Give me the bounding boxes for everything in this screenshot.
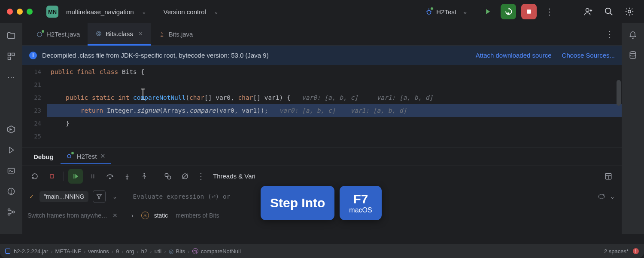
method-icon: m bbox=[192, 248, 198, 254]
more-debug-actions-icon[interactable]: ⋮ bbox=[195, 171, 207, 181]
stop-debug-icon[interactable] bbox=[45, 169, 59, 184]
vcs-tool-icon[interactable] bbox=[6, 207, 16, 217]
error-indicator-icon[interactable]: ! bbox=[633, 248, 639, 254]
chevron-down-icon: ⌄ bbox=[462, 8, 468, 15]
right-tool-strip bbox=[622, 23, 644, 234]
current-thread[interactable]: "main…NNING bbox=[39, 191, 88, 202]
run-config-name: H2Test bbox=[436, 8, 456, 15]
debug-tab-label: H2Test bbox=[77, 153, 97, 160]
debug-tab-debug[interactable]: Debug bbox=[28, 150, 59, 164]
filter-icon[interactable] bbox=[93, 190, 106, 203]
services-tool-icon[interactable] bbox=[6, 125, 16, 134]
breadcrumb[interactable]: h2-2.2.224.jar › META-INF › versions › 9… bbox=[14, 248, 241, 255]
decompiled-banner: i Decompiled .class file from JDK-9-spec… bbox=[22, 46, 622, 65]
step-out-icon[interactable] bbox=[137, 169, 152, 184]
close-hint-icon[interactable]: ✕ bbox=[112, 212, 118, 219]
svg-point-45 bbox=[630, 52, 635, 54]
svg-rect-5 bbox=[527, 9, 531, 13]
tabs-more-icon[interactable]: ⋮ bbox=[604, 29, 616, 40]
svg-rect-30 bbox=[93, 174, 94, 178]
svg-line-10 bbox=[610, 13, 613, 15]
java-file-icon bbox=[36, 31, 43, 38]
close-window[interactable] bbox=[7, 9, 13, 15]
debug-bug-icon bbox=[66, 152, 73, 160]
shortcut-tooltip: Step Into F7 macOS bbox=[261, 186, 382, 220]
svg-rect-16 bbox=[8, 168, 15, 173]
chevron-down-icon[interactable]: ⌄ bbox=[110, 191, 120, 203]
code-line: return Integer.signum(Arrays.compare(var… bbox=[51, 104, 622, 117]
stop-button[interactable] bbox=[521, 4, 537, 19]
database-tool-icon[interactable] bbox=[629, 51, 637, 59]
version-control-menu[interactable]: Version control bbox=[164, 8, 206, 15]
vars-label-strong: static bbox=[154, 212, 168, 219]
run-tool-icon[interactable] bbox=[6, 145, 16, 155]
svg-point-0 bbox=[427, 10, 431, 14]
terminal-tool-icon[interactable] bbox=[6, 166, 16, 175]
evaluate-expression-input[interactable]: Evaluate expression (⏎) or bbox=[133, 193, 230, 200]
svg-point-24 bbox=[97, 31, 101, 36]
more-tools-icon[interactable]: ⋯ bbox=[6, 72, 16, 82]
left-tool-strip: ⋯ bbox=[0, 23, 22, 234]
layout-settings-icon[interactable] bbox=[601, 169, 616, 184]
tab-bits-class[interactable]: Bits.class ✕ bbox=[88, 23, 150, 46]
settings-gear-icon[interactable] bbox=[622, 4, 637, 19]
attach-source-link[interactable]: Attach downloaded source bbox=[476, 52, 552, 59]
svg-point-23 bbox=[37, 32, 42, 37]
mute-breakpoints-icon[interactable] bbox=[178, 169, 192, 184]
close-tab-icon[interactable]: ✕ bbox=[100, 152, 106, 160]
svg-point-22 bbox=[12, 211, 15, 213]
tooltip-action-label: Step Into bbox=[270, 196, 325, 210]
search-icon[interactable] bbox=[601, 4, 617, 19]
structure-tool-icon[interactable] bbox=[6, 52, 16, 61]
svg-point-9 bbox=[605, 8, 611, 14]
pause-icon[interactable] bbox=[85, 169, 100, 184]
run-button[interactable] bbox=[480, 4, 495, 19]
svg-point-33 bbox=[127, 178, 128, 179]
tooltip-key-label: F7 bbox=[353, 192, 368, 206]
svg-point-19 bbox=[11, 193, 12, 194]
titlebar: MN multirelease_navigation ⌄ Version con… bbox=[0, 0, 644, 23]
notifications-icon[interactable] bbox=[629, 31, 637, 40]
resume-icon[interactable] bbox=[68, 169, 83, 184]
close-tab-icon[interactable]: ✕ bbox=[138, 31, 143, 37]
maximize-window[interactable] bbox=[27, 9, 33, 15]
chevron-down-icon[interactable]: ⌄ bbox=[142, 9, 146, 15]
chevron-down-icon[interactable]: ⌄ bbox=[214, 9, 219, 15]
chevron-right-icon[interactable]: › bbox=[131, 212, 134, 219]
window-controls bbox=[7, 9, 33, 15]
tab-bits-java[interactable]: Bits.java bbox=[151, 23, 201, 46]
tooltip-action: Step Into bbox=[261, 186, 334, 220]
run-configuration-selector[interactable]: H2Test ⌄ bbox=[421, 6, 475, 17]
debug-button[interactable] bbox=[501, 4, 516, 19]
svg-point-25 bbox=[98, 33, 100, 35]
thread-status-icon: ✓ bbox=[27, 193, 35, 200]
svg-point-31 bbox=[109, 178, 110, 178]
chevron-down-icon[interactable]: ⌄ bbox=[608, 191, 617, 203]
code-line bbox=[51, 130, 622, 143]
tab-h2test-java[interactable]: H2Test.java bbox=[28, 23, 88, 46]
svg-point-6 bbox=[586, 9, 589, 12]
svg-rect-14 bbox=[8, 57, 11, 60]
indent-indicator[interactable]: 2 spaces* bbox=[604, 248, 629, 255]
debug-tab-run-config[interactable]: H2Test ✕ bbox=[61, 149, 111, 164]
step-over-icon[interactable] bbox=[103, 169, 117, 184]
minimize-window[interactable] bbox=[17, 9, 23, 15]
svg-rect-28 bbox=[73, 174, 74, 178]
problems-tool-icon[interactable] bbox=[6, 187, 16, 196]
code-with-me-icon[interactable] bbox=[580, 4, 596, 19]
tab-label: Bits.java bbox=[169, 31, 193, 38]
more-actions-icon[interactable]: ⋮ bbox=[542, 4, 557, 19]
rerun-icon[interactable] bbox=[27, 169, 42, 184]
add-watch-icon[interactable]: ⌄ bbox=[597, 191, 617, 203]
view-breakpoints-icon[interactable] bbox=[161, 169, 175, 184]
project-tool-icon[interactable] bbox=[6, 31, 16, 40]
choose-sources-link[interactable]: Choose Sources... bbox=[562, 52, 615, 59]
svg-point-37 bbox=[167, 176, 171, 179]
code-line bbox=[51, 78, 622, 91]
vars-label-rest: members of Bits bbox=[176, 212, 219, 219]
svg-rect-13 bbox=[12, 53, 15, 56]
project-name[interactable]: multirelease_navigation bbox=[66, 8, 134, 15]
step-into-icon[interactable] bbox=[120, 169, 134, 184]
code-editor[interactable]: 14 21 22 23 24 25 public final class Bit… bbox=[22, 65, 622, 147]
svg-rect-29 bbox=[91, 174, 92, 178]
